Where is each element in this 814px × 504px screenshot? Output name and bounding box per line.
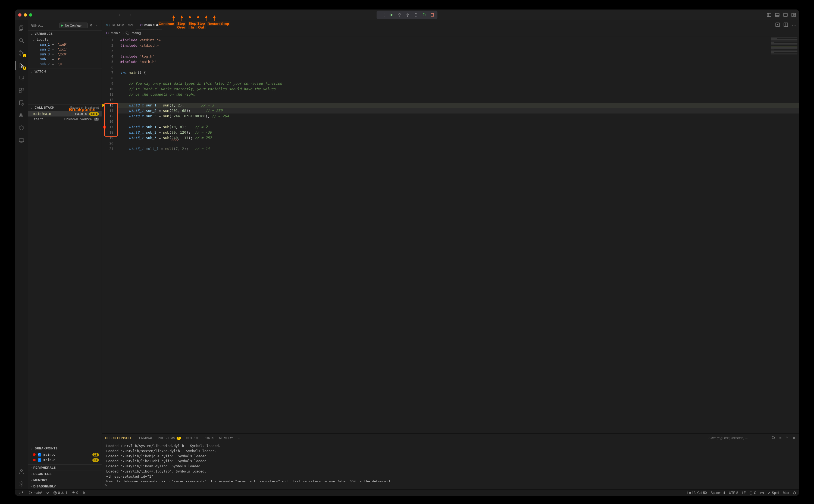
activity-settings[interactable] xyxy=(15,478,28,489)
gutter[interactable]: 1 2 3 4 5 6 7 8 9 10 11 12 13 14 15 16 1 xyxy=(102,36,117,433)
more-icon[interactable]: ··· xyxy=(238,436,242,440)
gear-icon[interactable]: ⚙ xyxy=(90,24,93,27)
anno-stop: Stop xyxy=(220,21,230,26)
line-number: 20 xyxy=(102,141,117,146)
var-row[interactable]: sum_2 = '\xc1' xyxy=(28,47,102,52)
panel-maximize-icon[interactable]: ⌃ xyxy=(785,436,788,440)
stack-frame[interactable]: start Unknown Source 0 xyxy=(28,116,102,122)
breakpoint-icon[interactable] xyxy=(103,125,106,129)
minimize-window-button[interactable] xyxy=(24,13,27,17)
layout-toggle-right-icon[interactable] xyxy=(783,13,788,17)
step-into-button[interactable] xyxy=(404,12,412,18)
sb-copilot[interactable] xyxy=(760,491,764,495)
sb-eol[interactable]: LF xyxy=(742,491,746,495)
debug-config-select[interactable]: ▶ No Configur ⌄ xyxy=(59,23,88,28)
activity-docker[interactable] xyxy=(15,110,28,121)
breakpoints-header[interactable]: ⌄BREAKPOINTS xyxy=(28,445,102,451)
close-window-button[interactable] xyxy=(18,13,21,17)
variables-header[interactable]: ⌄VARIABLES xyxy=(28,31,102,37)
disassembly-header[interactable]: ›DISASSEMBLY xyxy=(28,483,102,489)
layout-toggle-panel-icon[interactable] xyxy=(775,13,780,17)
step-over-button[interactable] xyxy=(396,12,403,18)
breakpoint-checkbox[interactable] xyxy=(38,458,41,462)
var-row[interactable]: sum_3 = '\xc0' xyxy=(28,52,102,57)
sb-os[interactable]: Mac xyxy=(783,491,789,495)
activity-explorer[interactable] xyxy=(15,23,28,33)
activity-source-control[interactable]: 2 xyxy=(15,48,28,58)
split-editor-icon[interactable] xyxy=(784,23,788,28)
tab-readme[interactable]: M↓README.md xyxy=(102,20,136,30)
memory-header[interactable]: ›MEMORY xyxy=(28,477,102,483)
nav-arrows: ← → xyxy=(118,12,132,18)
breakpoint-row[interactable]: main.c 17 xyxy=(28,457,102,463)
step-out-button[interactable] xyxy=(413,12,420,18)
var-row[interactable]: sub_2 = '\0' xyxy=(28,62,102,67)
panel-tab-debug-console[interactable]: DEBUG CONSOLE xyxy=(105,436,132,441)
layout-toggle-sidebar-icon[interactable] xyxy=(767,13,771,17)
svg-rect-38 xyxy=(19,115,20,116)
debug-toolbar-grip[interactable]: ⋮⋮ xyxy=(378,13,387,17)
breakpoint-row[interactable]: main.c 13 xyxy=(28,452,102,457)
sb-lncol[interactable]: Ln 13, Col 50 xyxy=(687,491,707,495)
activity-remote-explorer[interactable] xyxy=(15,73,28,83)
svg-point-3 xyxy=(407,16,408,17)
sb-lang[interactable]: { } C xyxy=(750,491,756,495)
peripherals-header[interactable]: ›PERIPHERALS xyxy=(28,465,102,471)
sb-sync[interactable]: ⟳ xyxy=(46,491,49,495)
activity-debug[interactable]: 1 xyxy=(15,60,28,71)
stop-button[interactable] xyxy=(429,12,436,18)
sb-spell[interactable]: ✓ Spell xyxy=(768,491,779,495)
restart-button[interactable] xyxy=(421,12,428,18)
panel-tab-ports[interactable]: PORTS xyxy=(203,436,214,440)
more-icon[interactable]: ··· xyxy=(95,24,99,27)
more-actions-icon[interactable]: ··· xyxy=(792,23,797,28)
sb-spaces[interactable]: Spaces: 4 xyxy=(711,491,725,495)
nav-forward-button[interactable]: → xyxy=(127,12,132,18)
svg-point-54 xyxy=(73,492,74,493)
panel-filter-input[interactable] xyxy=(709,436,763,440)
svg-point-1 xyxy=(399,15,400,16)
var-row[interactable]: sub_1 = 'P' xyxy=(28,57,102,62)
panel-tab-output[interactable]: OUTPUT xyxy=(186,436,199,440)
nav-back-button[interactable]: ← xyxy=(118,12,122,18)
activity-item-7[interactable] xyxy=(15,122,28,133)
crumb-file: main.c xyxy=(111,31,120,35)
activity-search[interactable] xyxy=(15,35,28,46)
activity-tools[interactable] xyxy=(15,97,28,108)
sb-debug-launch[interactable] xyxy=(83,491,86,494)
registers-header[interactable]: ›REGISTERS xyxy=(28,471,102,477)
panel-tab-memory[interactable]: MEMORY xyxy=(219,436,233,440)
watch-header[interactable]: ⌄WATCH xyxy=(28,68,102,74)
clear-icon[interactable]: ≡ xyxy=(779,436,781,440)
svg-point-28 xyxy=(22,52,23,54)
activity-item-8[interactable] xyxy=(15,135,28,146)
svg-rect-11 xyxy=(784,13,787,17)
activity-accounts[interactable] xyxy=(15,466,28,477)
breakpoint-checkbox[interactable] xyxy=(38,453,41,456)
activity-extensions[interactable] xyxy=(15,85,28,96)
var-row[interactable]: sum_1 = '\xe9' xyxy=(28,42,102,47)
sb-ports[interactable]: 0 xyxy=(72,491,78,495)
run-debug-icon[interactable] xyxy=(775,23,780,28)
sb-errors[interactable]: ✕0 ⚠1 xyxy=(54,491,67,495)
svg-rect-23 xyxy=(19,27,22,30)
panel-tab-terminal[interactable]: TERMINAL xyxy=(137,436,153,440)
debug-console-output[interactable]: Loaded /usr/lib/system/libunwind.dylib .… xyxy=(102,442,799,482)
debug-console-input[interactable]: > xyxy=(102,482,799,489)
remote-indicator[interactable] xyxy=(18,490,25,496)
layout-customize-icon[interactable] xyxy=(791,13,796,17)
continue-button[interactable] xyxy=(388,12,395,18)
search-icon[interactable] xyxy=(772,436,775,440)
sb-encoding[interactable]: UTF-8 xyxy=(729,491,738,495)
title-right-icons xyxy=(767,13,796,17)
sb-branch[interactable]: main* xyxy=(29,491,42,495)
svg-point-44 xyxy=(20,470,22,471)
scope-locals[interactable]: ⌄Locals xyxy=(28,37,102,42)
panel-tab-problems[interactable]: PROBLEMS1 xyxy=(158,436,181,440)
panel-close-icon[interactable]: ✕ xyxy=(793,436,796,440)
svg-rect-14 xyxy=(794,13,796,15)
code-editor[interactable]: #include <stdint.h> #include <stdio.h> #… xyxy=(117,36,799,433)
zoom-window-button[interactable] xyxy=(29,13,32,17)
sb-bell[interactable] xyxy=(793,491,796,494)
breadcrumb[interactable]: C main.c › main() xyxy=(102,30,799,36)
